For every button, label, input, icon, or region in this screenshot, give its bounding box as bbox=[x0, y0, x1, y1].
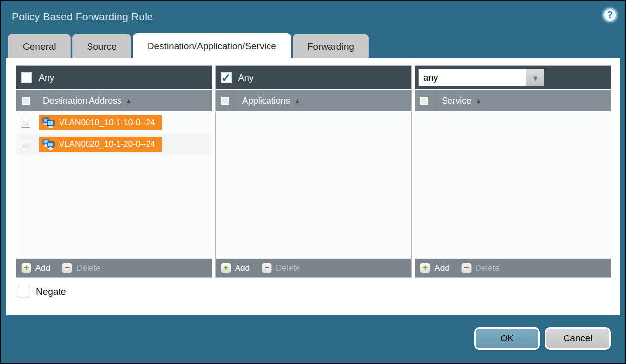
applications-actions-bar: + Add − Delete bbox=[216, 258, 412, 277]
applications-delete-button[interactable]: − Delete bbox=[262, 263, 300, 273]
tab-content: Any Destination Address ▲ bbox=[6, 58, 620, 315]
plus-icon: + bbox=[221, 263, 231, 273]
add-label: Add bbox=[35, 263, 50, 273]
destination-select-all-checkbox[interactable] bbox=[21, 96, 30, 105]
page-title: Policy Based Forwarding Rule bbox=[12, 11, 153, 23]
applications-panel: ✓ Any Applications ▲ + Add bbox=[215, 65, 412, 278]
service-type-bar: ▼ bbox=[415, 66, 611, 89]
row-checkbox[interactable] bbox=[21, 140, 30, 149]
applications-add-button[interactable]: + Add bbox=[221, 263, 250, 273]
service-dropdown-button[interactable]: ▼ bbox=[526, 69, 544, 86]
address-chip[interactable]: VLAN0020_10-1-20-0--24 bbox=[39, 137, 162, 152]
service-column-label: Service bbox=[442, 96, 471, 106]
tab-source[interactable]: Source bbox=[72, 34, 131, 58]
destination-delete-button[interactable]: − Delete bbox=[62, 263, 100, 273]
network-address-icon bbox=[42, 139, 55, 150]
policy-based-forwarding-dialog: Policy Based Forwarding Rule ? General S… bbox=[0, 0, 626, 364]
destination-actions-bar: + Add − Delete bbox=[16, 258, 212, 277]
tab-forwarding[interactable]: Forwarding bbox=[293, 34, 369, 58]
applications-list bbox=[216, 112, 412, 258]
applications-select-all-checkbox[interactable] bbox=[221, 96, 230, 105]
service-list bbox=[415, 112, 611, 258]
panels-container: Any Destination Address ▲ bbox=[16, 65, 611, 278]
applications-any-bar: ✓ Any bbox=[216, 66, 412, 89]
cancel-button[interactable]: Cancel bbox=[545, 327, 611, 350]
help-icon[interactable]: ? bbox=[603, 8, 617, 22]
network-address-icon bbox=[42, 117, 55, 128]
destination-add-button[interactable]: + Add bbox=[21, 263, 50, 273]
destination-any-checkbox[interactable] bbox=[21, 72, 32, 83]
tab-general[interactable]: General bbox=[8, 34, 71, 58]
minus-icon: − bbox=[62, 263, 72, 273]
negate-checkbox[interactable] bbox=[18, 286, 29, 297]
sort-asc-icon[interactable]: ▲ bbox=[295, 97, 300, 104]
sort-asc-icon[interactable]: ▲ bbox=[476, 97, 481, 104]
column-divider bbox=[235, 112, 235, 258]
dialog-footer: OK Cancel bbox=[1, 315, 625, 363]
column-divider bbox=[434, 90, 434, 111]
add-label: Add bbox=[434, 263, 449, 273]
column-divider bbox=[434, 112, 434, 258]
row-checkbox[interactable] bbox=[21, 118, 30, 128]
service-type-dropdown[interactable]: ▼ bbox=[418, 69, 544, 86]
delete-label: Delete bbox=[476, 263, 500, 273]
service-select-all-checkbox[interactable] bbox=[420, 96, 429, 105]
chevron-down-icon: ▼ bbox=[532, 74, 539, 82]
delete-label: Delete bbox=[276, 263, 300, 273]
tab-bar: General Source Destination/Application/S… bbox=[1, 33, 625, 58]
destination-address-panel: Any Destination Address ▲ bbox=[16, 65, 212, 278]
negate-label: Negate bbox=[36, 286, 66, 297]
applications-any-label: Any bbox=[238, 73, 254, 83]
destination-row[interactable]: VLAN0020_10-1-20-0--24 bbox=[16, 134, 212, 155]
ok-button[interactable]: OK bbox=[474, 327, 540, 350]
add-label: Add bbox=[235, 263, 250, 273]
address-chip-label: VLAN0010_10-1-10-0--24 bbox=[59, 118, 155, 128]
service-column-header: Service ▲ bbox=[415, 89, 611, 112]
column-divider bbox=[235, 90, 235, 111]
service-add-button[interactable]: + Add bbox=[420, 263, 449, 273]
destination-column-header: Destination Address ▲ bbox=[16, 89, 212, 112]
plus-icon: + bbox=[420, 263, 430, 273]
plus-icon: + bbox=[21, 263, 31, 273]
destination-any-bar: Any bbox=[16, 66, 212, 89]
minus-icon: − bbox=[262, 263, 272, 273]
applications-column-header: Applications ▲ bbox=[216, 89, 412, 112]
applications-any-checkbox[interactable]: ✓ bbox=[221, 72, 232, 83]
service-actions-bar: + Add − Delete bbox=[415, 258, 611, 277]
sort-asc-icon[interactable]: ▲ bbox=[126, 97, 132, 104]
negate-row: Negate bbox=[18, 286, 611, 297]
address-chip-label: VLAN0020_10-1-20-0--24 bbox=[59, 140, 155, 149]
column-divider bbox=[35, 90, 35, 111]
destination-column-label: Destination Address bbox=[43, 96, 121, 106]
delete-label: Delete bbox=[76, 263, 100, 273]
checkmark-icon: ✓ bbox=[221, 71, 231, 84]
service-dropdown-input[interactable] bbox=[418, 69, 526, 86]
destination-row[interactable]: VLAN0010_10-1-10-0--24 bbox=[16, 112, 212, 134]
service-panel: ▼ Service ▲ + Add bbox=[415, 65, 611, 278]
title-bar: Policy Based Forwarding Rule ? bbox=[1, 1, 625, 33]
tab-destination-application-service[interactable]: Destination/Application/Service bbox=[133, 33, 291, 58]
destination-any-label: Any bbox=[39, 73, 54, 83]
minus-icon: − bbox=[461, 263, 472, 273]
applications-column-label: Applications bbox=[242, 96, 290, 106]
address-chip[interactable]: VLAN0010_10-1-10-0--24 bbox=[39, 115, 162, 130]
service-delete-button[interactable]: − Delete bbox=[461, 263, 500, 273]
destination-list: VLAN0010_10-1-10-0--24 bbox=[16, 112, 212, 258]
